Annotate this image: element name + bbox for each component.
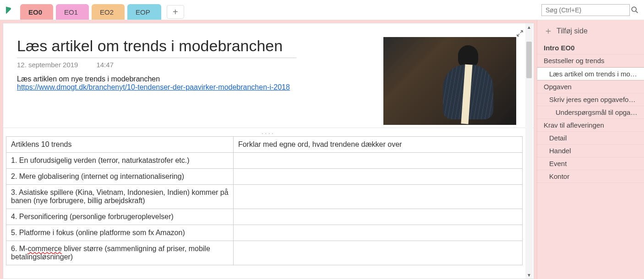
explain-cell[interactable]	[233, 153, 522, 169]
content-area: Læs artikel om trends i modebranchen 12.…	[0, 20, 537, 279]
search-container	[537, 0, 644, 20]
svg-line-1	[636, 11, 638, 13]
scroll-up-icon[interactable]: ▲	[525, 23, 533, 31]
table-row[interactable]: 2. Mere globalisering (internet og inter…	[6, 169, 523, 185]
pane-splitter[interactable]: ....	[3, 128, 534, 136]
trends-table-wrap: Artiklens 10 trends Forklar med egne ord…	[3, 136, 525, 265]
page-date: 12. september 2019	[17, 61, 78, 69]
trend-cell[interactable]: 3. Asiatiske spillere (Kina, Vietnam, In…	[6, 185, 234, 209]
table-row[interactable]: 6. M-commerce bliver større (sammenligni…	[6, 241, 523, 265]
tab-eo1[interactable]: EO1	[56, 4, 89, 20]
page-item[interactable]: Bestseller og trends	[537, 54, 644, 67]
intro-text: Læs artiklen om nye trends i modebranche…	[17, 75, 360, 83]
table-header-col2: Forklar med egne ord, hvad trendene dækk…	[233, 137, 522, 153]
note-header: Læs artikel om trends i modebranchen 12.…	[3, 23, 534, 128]
page-item[interactable]: Underspørgsmål til opgavef	[537, 106, 644, 119]
add-page-label: Tilføj side	[557, 27, 588, 35]
page-item[interactable]: Handel	[537, 145, 644, 157]
tab-eo0[interactable]: EO0	[20, 4, 53, 20]
section-tabs: EO0 EO1 EO2 EOP +	[18, 0, 537, 20]
trend-cell[interactable]: 4. Personificering (personlige forbruger…	[6, 209, 234, 225]
hero-image	[383, 37, 516, 125]
body-area: Læs artikel om trends i modebranchen 12.…	[0, 20, 644, 279]
top-bar: EO0 EO1 EO2 EOP +	[0, 0, 644, 20]
table-row[interactable]: 3. Asiatiske spillere (Kina, Vietnam, In…	[6, 185, 523, 209]
table-row[interactable]: 1. En uforudsigelig verden (terror, natu…	[6, 153, 523, 169]
explain-cell[interactable]	[233, 225, 522, 241]
page-item[interactable]: Læs artikel om trends i modebr	[537, 67, 644, 80]
page-item[interactable]: Skriv jeres egen opgaveformule	[537, 93, 644, 106]
tab-eop[interactable]: EOP	[127, 4, 161, 20]
page-item[interactable]: Krav til afleveringen	[537, 119, 644, 132]
page-item[interactable]: Intro EO0	[537, 42, 644, 54]
search-icon[interactable]	[630, 4, 639, 16]
page-item[interactable]: Detail	[537, 132, 644, 145]
scroll-thumb[interactable]	[526, 42, 532, 78]
tab-eo2[interactable]: EO2	[92, 4, 125, 20]
page-item[interactable]: Kontor	[537, 170, 644, 183]
app-icon	[0, 0, 18, 20]
search-input[interactable]	[541, 4, 630, 16]
trend-cell[interactable]: 5. Platforme i fokus (online platforme s…	[6, 225, 234, 241]
page-title[interactable]: Læs artikel om trends i modebranchen	[17, 37, 296, 58]
page-list: Intro EO0Bestseller og trendsLæs artikel…	[537, 42, 644, 279]
trend-cell[interactable]: 2. Mere globalisering (internet og inter…	[6, 169, 234, 185]
trend-cell[interactable]: 6. M-commerce bliver større (sammenligni…	[6, 241, 234, 265]
expand-icon[interactable]	[516, 30, 524, 39]
note-canvas[interactable]: Læs artikel om trends i modebranchen 12.…	[3, 23, 534, 279]
page-panel: ＋ Tilføj side Intro EO0Bestseller og tre…	[537, 20, 644, 279]
plus-icon: ＋	[544, 25, 553, 37]
explain-cell[interactable]	[233, 209, 522, 225]
explain-cell[interactable]	[233, 241, 522, 265]
table-row[interactable]: 4. Personificering (personlige forbruger…	[6, 209, 523, 225]
svg-point-0	[632, 7, 636, 11]
add-section-button[interactable]: +	[167, 5, 184, 19]
trends-table[interactable]: Artiklens 10 trends Forklar med egne ord…	[6, 136, 523, 265]
page-item[interactable]: Event	[537, 157, 644, 170]
scroll-down-icon[interactable]: ▼	[525, 271, 533, 279]
add-page-button[interactable]: ＋ Tilføj side	[537, 20, 644, 42]
trend-cell[interactable]: 1. En uforudsigelig verden (terror, natu…	[6, 153, 234, 169]
article-link[interactable]: https://www.dmogt.dk/branchenyt/10-tende…	[17, 83, 290, 91]
page-item[interactable]: Opgaven	[537, 80, 644, 93]
table-row[interactable]: 5. Platforme i fokus (online platforme s…	[6, 225, 523, 241]
table-header-col1: Artiklens 10 trends	[6, 137, 234, 153]
vertical-scrollbar[interactable]: ▲ ▼	[525, 23, 533, 279]
explain-cell[interactable]	[233, 169, 522, 185]
page-time: 14:47	[96, 61, 114, 69]
explain-cell[interactable]	[233, 185, 522, 209]
